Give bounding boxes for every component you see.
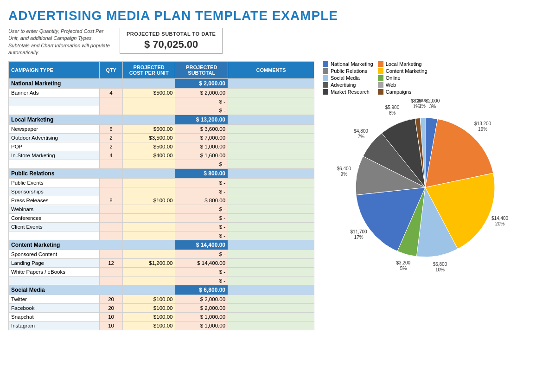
item-qty[interactable] — [100, 276, 123, 285]
item-qty[interactable]: 20 — [100, 303, 123, 312]
table-row: $ - — [9, 276, 314, 285]
item-name: Sponsorships — [9, 187, 100, 196]
col-header-cost: PROJECTEDCOST PER UNIT — [122, 61, 175, 78]
item-subtotal: $ 1,000.00 — [175, 142, 228, 151]
item-cost[interactable] — [122, 160, 175, 168]
item-name: Newspaper — [9, 124, 100, 133]
item-qty[interactable] — [100, 222, 123, 231]
item-cost[interactable] — [122, 178, 175, 187]
item-qty[interactable]: 6 — [100, 124, 123, 133]
item-comments[interactable] — [228, 196, 314, 205]
item-qty[interactable]: 10 — [100, 321, 123, 330]
item-cost[interactable] — [122, 276, 175, 285]
item-cost[interactable] — [122, 231, 175, 240]
item-comments[interactable] — [228, 106, 314, 115]
item-comments[interactable] — [228, 267, 314, 276]
item-comments[interactable] — [228, 142, 314, 151]
item-comments[interactable] — [228, 303, 314, 312]
item-comments[interactable] — [228, 160, 314, 168]
item-comments[interactable] — [228, 258, 314, 267]
pie-label-text: 9% — [341, 171, 348, 176]
item-subtotal: $ - — [175, 160, 228, 168]
item-qty[interactable] — [100, 160, 123, 168]
pie-label-text: 7% — [357, 134, 364, 139]
item-qty[interactable]: 4 — [100, 151, 123, 160]
item-cost[interactable] — [122, 250, 175, 258]
item-cost[interactable]: $100.00 — [122, 312, 175, 321]
item-qty[interactable] — [100, 250, 123, 258]
item-cost[interactable] — [122, 267, 175, 276]
item-qty[interactable] — [100, 106, 123, 115]
item-comments[interactable] — [228, 124, 314, 133]
item-cost[interactable]: $500.00 — [122, 88, 175, 97]
item-qty[interactable]: 4 — [100, 88, 123, 97]
legend-label: Market Research — [331, 89, 370, 95]
item-comments[interactable] — [228, 178, 314, 187]
category-subtotal-value: $ 800.00 — [175, 168, 228, 178]
table-row: In-Store Marketing 4 $400.00 $ 1,600.00 — [9, 151, 314, 160]
pie-label-8: $5,9008% — [385, 104, 400, 115]
item-cost[interactable] — [122, 213, 175, 222]
table-row: Webinars $ - — [9, 205, 314, 213]
item-cost[interactable] — [122, 106, 175, 115]
item-cost[interactable]: $1,200.00 — [122, 258, 175, 267]
item-qty[interactable]: 2 — [100, 133, 123, 142]
legend-item: Market Research — [323, 89, 373, 95]
item-cost[interactable]: $600.00 — [122, 124, 175, 133]
category-subtotal-value: $ 13,200.00 — [175, 115, 228, 124]
item-comments[interactable] — [228, 205, 314, 213]
table-row: $ - — [9, 97, 314, 106]
item-qty[interactable] — [100, 267, 123, 276]
projected-subtotal-label: PROJECTED SUBTOTAL TO DATE — [127, 31, 216, 37]
item-cost[interactable] — [122, 205, 175, 213]
item-cost[interactable]: $100.00 — [122, 196, 175, 205]
item-comments[interactable] — [228, 250, 314, 258]
legend-item: Public Relations — [323, 68, 373, 74]
item-qty[interactable] — [100, 97, 123, 106]
legend-item: Content Marketing — [378, 68, 428, 74]
legend-color — [323, 89, 328, 95]
item-comments[interactable] — [228, 312, 314, 321]
category-comments — [228, 78, 314, 88]
item-name — [9, 106, 100, 115]
table-row: Press Releases 8 $100.00 $ 800.00 — [9, 196, 314, 205]
item-comments[interactable] — [228, 222, 314, 231]
item-comments[interactable] — [228, 295, 314, 303]
item-comments[interactable] — [228, 213, 314, 222]
item-comments[interactable] — [228, 276, 314, 285]
item-cost[interactable]: $100.00 — [122, 303, 175, 312]
item-qty[interactable] — [100, 187, 123, 196]
item-cost[interactable]: $100.00 — [122, 321, 175, 330]
item-comments[interactable] — [228, 88, 314, 97]
item-qty[interactable] — [100, 178, 123, 187]
item-comments[interactable] — [228, 133, 314, 142]
category-row-1: Local Marketing $ 13,200.00 — [9, 115, 314, 124]
item-comments[interactable] — [228, 97, 314, 106]
item-cost[interactable]: $500.00 — [122, 142, 175, 151]
item-qty[interactable]: 12 — [100, 258, 123, 267]
item-cost[interactable] — [122, 222, 175, 231]
legend-label: Web — [386, 82, 396, 88]
item-qty[interactable] — [100, 213, 123, 222]
table-row: Instagram 10 $100.00 $ 1,000.00 — [9, 321, 314, 330]
item-cost[interactable] — [122, 187, 175, 196]
item-comments[interactable] — [228, 151, 314, 160]
item-qty[interactable]: 20 — [100, 295, 123, 303]
item-qty[interactable] — [100, 231, 123, 240]
item-comments[interactable] — [228, 231, 314, 240]
legend-item: Local Marketing — [378, 61, 428, 67]
pie-label-text: $13,200 — [474, 121, 491, 126]
item-name: Sponsored Content — [9, 250, 100, 258]
item-qty[interactable]: 2 — [100, 142, 123, 151]
item-cost[interactable]: $3,500.00 — [122, 133, 175, 142]
item-cost[interactable]: $100.00 — [122, 295, 175, 303]
item-qty[interactable] — [100, 205, 123, 213]
item-comments[interactable] — [228, 321, 314, 330]
pie-label-text: 5% — [400, 265, 407, 270]
item-cost[interactable]: $400.00 — [122, 151, 175, 160]
item-comments[interactable] — [228, 187, 314, 196]
item-qty[interactable]: 8 — [100, 196, 123, 205]
item-qty[interactable]: 10 — [100, 312, 123, 321]
item-cost[interactable] — [122, 97, 175, 106]
item-subtotal: $ - — [175, 267, 228, 276]
